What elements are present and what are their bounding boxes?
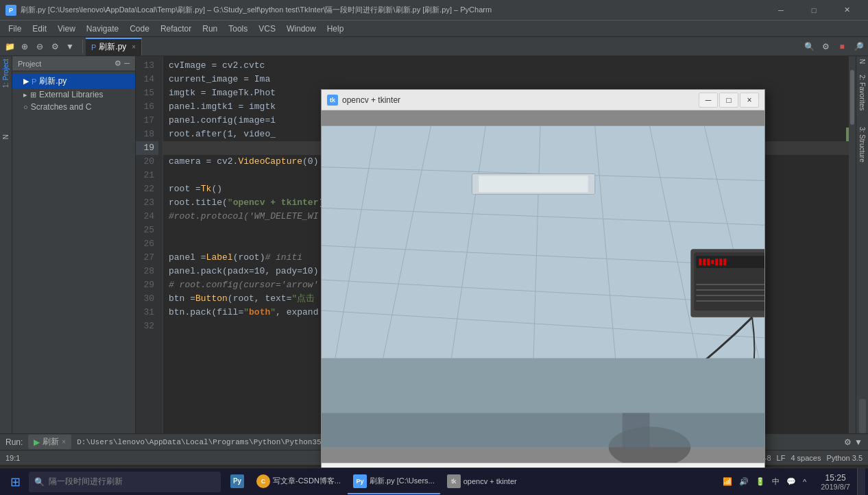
settings2-icon[interactable]: ⚙ (819, 40, 832, 53)
float-maximize-button[interactable]: □ (719, 93, 738, 108)
right-tab-structure[interactable]: 3: Structure (856, 119, 868, 171)
status-lang[interactable]: Python 3.5 (826, 454, 863, 462)
menu-run[interactable]: Run (197, 21, 223, 37)
tray-battery-icon[interactable]: 🔋 (754, 476, 767, 487)
right-scrollbar-thumb[interactable] (859, 399, 866, 433)
line-num-21: 21 (136, 169, 158, 182)
file-tab[interactable]: P 刷新.py × (86, 38, 142, 56)
status-line-sep[interactable]: LF (777, 454, 786, 462)
tray-expand-icon[interactable]: ^ (801, 476, 808, 487)
menu-help[interactable]: Help (322, 21, 350, 37)
menu-vcs[interactable]: VCS (253, 21, 281, 37)
tray-wechat-icon[interactable]: 💬 (784, 476, 798, 487)
taskbar-chrome-label: C (261, 478, 266, 485)
taskbar-search[interactable]: 🔍 隔一段时间进行刷新 (29, 472, 221, 492)
left-tab-project[interactable]: 1: Project (0, 56, 12, 90)
title-bar-left: P 刷新.py [C:\Users\lenovo\AppData\Local\T… (5, 5, 492, 16)
menu-view[interactable]: View (52, 21, 81, 37)
right-tab-n-label: N (858, 59, 866, 64)
title-controls: ─ □ ✕ (765, 0, 863, 21)
toolbar-folder-icon[interactable]: 📁 (3, 40, 16, 53)
code-line-13: cvImage = cv2.cvtc (163, 59, 849, 73)
find-icon[interactable]: 🔎 (852, 40, 865, 53)
tree-ext-arrow-icon: ▸ (23, 90, 27, 99)
run-tab-label: 刷新 (43, 436, 59, 448)
start-button[interactable]: ⊞ (3, 470, 27, 494)
tree-arrow-icon: ▶ (23, 77, 29, 86)
right-tab-n[interactable]: N (856, 56, 868, 67)
line-num-20: 20 (136, 155, 158, 169)
status-right: UTF-8 LF 4 spaces Python 3.5 (749, 454, 863, 462)
run-settings-icon[interactable]: ⚙ (844, 437, 852, 447)
line-num-15: 15 (136, 86, 158, 100)
toolbar-collapse-icon[interactable]: ▼ (63, 40, 77, 53)
toolbar-plus-icon[interactable]: ⊕ (18, 40, 32, 53)
status-line-col: 19:1 (5, 454, 20, 462)
float-close-button[interactable]: × (740, 93, 759, 108)
left-tab-project-label: 1: Project (2, 59, 10, 88)
minimize-button[interactable]: ─ (765, 0, 797, 21)
menu-edit[interactable]: Edit (27, 21, 52, 37)
tree-item-root-file[interactable]: ▶ P 刷新.py (12, 74, 135, 88)
vertical-scrollbar[interactable] (849, 56, 856, 433)
float-window-opencv-tkinter: tk opencv + tkinter ─ □ × (321, 89, 765, 494)
menu-tools[interactable]: Tools (223, 21, 253, 37)
show-desktop-button[interactable] (857, 468, 865, 496)
menu-code[interactable]: Code (124, 21, 155, 37)
close-button[interactable]: ✕ (831, 0, 863, 21)
taskbar-clock[interactable]: 15:25 2019/8/7 (815, 473, 856, 491)
run-tab-close[interactable]: × (62, 438, 66, 446)
tray-zh-icon[interactable]: 中 (770, 475, 782, 488)
sidebar-header-icons: ⚙ ─ (114, 59, 130, 68)
taskbar-app-pycharm[interactable]: Py 刷新.py [C:\Users... (348, 470, 440, 494)
taskbar-app-tkinter[interactable]: tk opencv + tkinter (442, 470, 522, 494)
toolbar-settings-icon[interactable]: ⚙ (48, 40, 62, 53)
line-num-19: 19 (136, 141, 158, 155)
tree-root-file-label: 刷新.py (39, 75, 67, 87)
svg-rect-23 (699, 258, 701, 265)
right-tab-favorites[interactable]: 2: Favorites (856, 67, 868, 119)
stop-icon[interactable]: ■ (835, 40, 849, 53)
file-tab-label: 刷新.py (99, 41, 126, 53)
left-tab-n[interactable]: N (0, 132, 12, 142)
tree-scratches-label: Scratches and C (31, 102, 92, 112)
tree-item-scratches[interactable]: ○ Scratches and C (12, 101, 135, 113)
menu-window[interactable]: Window (281, 21, 322, 37)
float-title-icon: tk (327, 95, 338, 106)
svg-rect-27 (715, 258, 718, 265)
line-num-16: 16 (136, 100, 158, 114)
run-tab[interactable]: ▶ 刷新 × (28, 435, 71, 449)
left-side-strip: 1: Project N (0, 56, 12, 433)
line-num-18: 18 (136, 128, 158, 141)
main-content: 1: Project N Project ⚙ ─ ▶ P 刷新.py ▸ ⊞ (0, 56, 868, 433)
maximize-button[interactable]: □ (798, 0, 830, 21)
scrollbar-thumb[interactable] (850, 70, 854, 125)
status-indent[interactable]: 4 spaces (791, 454, 821, 462)
taskbar-app-pycharm-icon: Py (353, 474, 367, 488)
search-icon[interactable]: 🔍 (802, 40, 816, 53)
tray-volume-icon[interactable]: 🔊 (737, 476, 751, 487)
tray-network-icon[interactable]: 📶 (721, 476, 734, 487)
run-collapse-icon[interactable]: ▼ (854, 437, 863, 447)
svg-rect-1 (322, 126, 764, 359)
taskbar-search-icon: 🔍 (34, 477, 45, 487)
line-num-28: 28 (136, 265, 158, 278)
line-num-31: 31 (136, 306, 158, 319)
menu-navigate[interactable]: Navigate (81, 21, 124, 37)
tree-item-ext-lib[interactable]: ▸ ⊞ External Libraries (12, 88, 135, 101)
toolbar-minus-icon[interactable]: ⊖ (33, 40, 47, 53)
svg-rect-33 (322, 413, 764, 447)
taskbar-app-chrome[interactable]: C 写文章-CSDN博客... (251, 470, 346, 494)
file-tab-icon: P (91, 43, 96, 51)
taskbar-app-chrome-icon: C (256, 474, 270, 488)
sidebar-cog-icon[interactable]: ⚙ (114, 59, 121, 68)
menu-bar: File Edit View Navigate Code Refactor Ru… (0, 21, 868, 37)
taskbar-app-python[interactable]: Py (225, 470, 250, 494)
run-tab-icon: ▶ (34, 437, 40, 447)
sidebar-collapse-icon[interactable]: ─ (124, 59, 130, 68)
float-minimize-button[interactable]: ─ (699, 93, 718, 108)
menu-refactor[interactable]: Refactor (155, 21, 197, 37)
menu-file[interactable]: File (3, 21, 27, 37)
file-tab-close[interactable]: × (132, 43, 136, 51)
line-num-22: 22 (136, 182, 158, 196)
